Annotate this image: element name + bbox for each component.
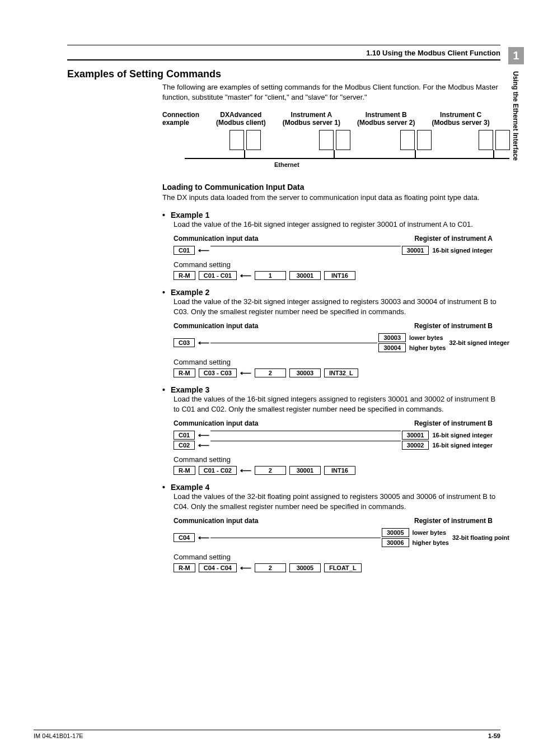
cmd-row: R-M C01 - C02 ⟵ 2 30001 INT16 <box>174 466 500 475</box>
reg-label: Register of instrument A <box>414 235 493 242</box>
cmd-row: R-M C03 - C03 ⟵ 2 30003 INT32_L <box>174 368 500 377</box>
cid-label: Communication input data <box>174 235 258 242</box>
cmd-box: R-M <box>174 271 195 280</box>
comm-box: C02 <box>174 441 195 450</box>
register-labels: Communication input data Register of ins… <box>174 517 493 525</box>
cmd-label: Command setting <box>174 553 500 561</box>
cmd-box: 30001 <box>289 271 321 280</box>
cmd-box: INT16 <box>324 271 355 280</box>
conn-col: (Modbus server 1) <box>283 119 340 127</box>
conn-col: DXAdvanced <box>220 111 261 119</box>
cmd-box: FLOAT_L <box>324 563 362 572</box>
conn-col: (Modbus server 2) <box>357 119 415 127</box>
conn-col: Instrument A <box>291 111 332 119</box>
rule <box>67 59 500 60</box>
conn-col: Instrument C <box>440 111 481 119</box>
cmd-label: Command setting <box>174 358 500 366</box>
stub <box>493 150 494 158</box>
reg-note: 16-bit signed integer <box>432 432 493 438</box>
arrow-left-icon: ⟵ <box>198 431 209 440</box>
cmd-box: 2 <box>255 563 286 572</box>
conn-col: (Modbus client) <box>216 119 266 127</box>
example-heading: Example 1 <box>162 211 500 220</box>
connector-line <box>210 343 377 343</box>
register-row: C02 ⟵ 30002 16-bit signed integer <box>174 441 493 450</box>
device-box <box>495 130 510 150</box>
cmd-box: 1 <box>255 271 286 280</box>
connection-header: Connection example DXAdvanced(Modbus cli… <box>162 111 500 127</box>
arrow-left-icon: ⟵ <box>240 563 251 572</box>
cmd-box: R-M <box>174 563 195 572</box>
example-heading: Example 4 <box>162 483 500 492</box>
stub <box>415 150 416 158</box>
reg-box: 30001 <box>402 246 429 255</box>
reg-box: 30004 <box>378 343 406 352</box>
body-text: The DX inputs data loaded from the serve… <box>162 193 500 203</box>
arrow-left-icon: ⟵ <box>198 246 209 255</box>
connector-line <box>210 431 401 440</box>
cmd-box: C01 - C02 <box>199 466 237 475</box>
subsection-title: Loading to Communication Input Data <box>162 183 500 192</box>
footer-page-number: 1-59 <box>488 732 500 739</box>
connector-line <box>210 441 401 450</box>
cmd-box: R-M <box>174 368 195 377</box>
cmd-box: INT32_L <box>324 368 358 377</box>
example-heading: Example 3 <box>162 385 500 394</box>
conn-label: Connection <box>162 111 199 119</box>
cid-label: Communication input data <box>174 517 258 525</box>
reg-box: 30003 <box>378 333 406 342</box>
reg-note: higher bytes <box>413 539 449 546</box>
cmd-box: 2 <box>255 368 286 377</box>
page-content: 1.10 Using the Modbus Client Function Ex… <box>0 0 534 595</box>
cmd-box: C01 - C01 <box>199 271 237 280</box>
section-title: Examples of Setting Commands <box>67 68 500 80</box>
chapter-tab: 1 <box>508 47 524 64</box>
reg-label: Register of instrument B <box>414 517 493 525</box>
register-row: C04 ⟵ 30005lower bytes 30006higher bytes… <box>174 528 509 547</box>
conn-col: Instrument B <box>366 111 407 119</box>
device-box <box>229 130 244 150</box>
example-text: Load the values of the 32-bit floating p… <box>174 492 500 511</box>
reg-note: 16-bit signed integer <box>432 247 493 254</box>
comm-box: C03 <box>174 338 195 347</box>
reg-label: Register of instrument B <box>414 322 493 330</box>
cmd-box: R-M <box>174 466 195 475</box>
device-box <box>336 130 350 150</box>
cmd-box: C04 - C04 <box>199 563 237 572</box>
arrow-left-icon: ⟵ <box>198 338 209 347</box>
register-labels: Communication input data Register of ins… <box>174 322 493 330</box>
connection-diagram: Ethernet <box>162 130 521 172</box>
conn-col: (Modbus server 3) <box>432 119 489 127</box>
device-box <box>319 130 334 150</box>
cid-label: Communication input data <box>174 419 258 427</box>
connector-line <box>210 246 401 255</box>
cmd-box: 2 <box>255 466 286 475</box>
rule <box>67 45 500 45</box>
footer-doc-id: IM 04L41B01-17E <box>34 732 83 739</box>
cmd-box: INT16 <box>324 466 355 475</box>
device-box <box>400 130 415 150</box>
stub <box>244 150 245 158</box>
register-row: C03 ⟵ 30003lower bytes 30004higher bytes… <box>174 333 509 352</box>
reg-note: 16-bit signed integer <box>432 442 493 449</box>
arrow-left-icon: ⟵ <box>240 368 251 377</box>
intro-text: The following are examples of setting co… <box>162 82 500 102</box>
page-footer: IM 04L41B01-17E 1-59 <box>34 730 500 739</box>
reg-box: 30002 <box>402 441 429 450</box>
example-heading: Example 2 <box>162 288 500 297</box>
reg-box: 30001 <box>402 431 429 440</box>
comm-box: C04 <box>174 533 195 542</box>
type-note: 32-bit floating point <box>452 534 509 541</box>
stub <box>334 150 335 158</box>
reg-box: 30005 <box>382 528 409 537</box>
example-text: Load the value of the 32-bit signed inte… <box>174 297 500 316</box>
cmd-row: R-M C04 - C04 ⟵ 2 30005 FLOAT_L <box>174 563 500 572</box>
example-text: Load the value of the 16-bit signed inte… <box>174 220 500 230</box>
breadcrumb: 1.10 Using the Modbus Client Function <box>67 49 500 57</box>
register-labels: Communication input data Register of ins… <box>174 419 493 427</box>
reg-note: lower bytes <box>413 529 447 536</box>
cmd-row: R-M C01 - C01 ⟵ 1 30001 INT16 <box>174 271 500 280</box>
comm-box: C01 <box>174 246 195 255</box>
device-box <box>246 130 261 150</box>
device-box <box>479 130 493 150</box>
